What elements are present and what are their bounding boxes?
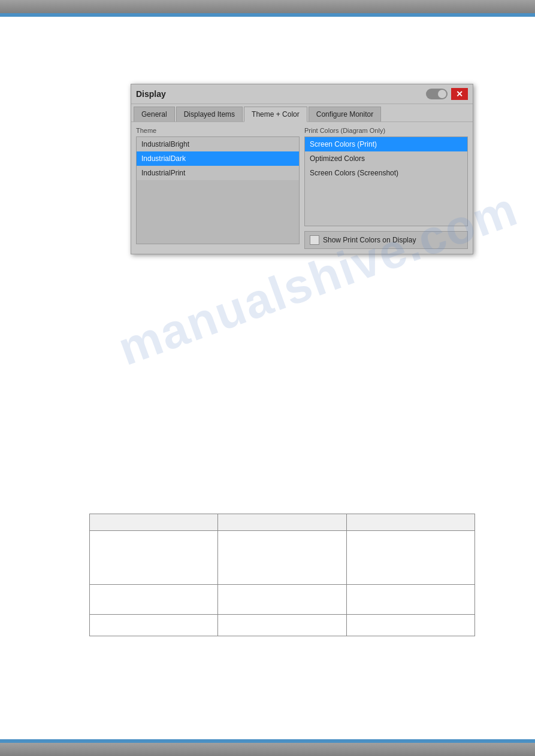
theme-section-label: Theme (136, 127, 300, 134)
tab-general[interactable]: General (134, 107, 175, 122)
theme-item-industrial-dark[interactable]: IndustrialDark (137, 151, 299, 166)
print-item-optimized-colors[interactable]: Optimized Colors (305, 151, 467, 166)
table-row (90, 514, 475, 531)
theme-list: IndustrialBright IndustrialDark Industri… (136, 136, 300, 244)
print-colors-label: Print Colors (Diagram Only) (304, 127, 468, 134)
table-cell (218, 585, 346, 615)
print-colors-list: Screen Colors (Print) Optimized Colors S… (304, 136, 468, 226)
dialog-content: Theme IndustrialBright IndustrialDark In… (131, 122, 473, 254)
table-cell (346, 615, 474, 636)
show-print-colors-checkbox[interactable] (310, 235, 319, 245)
dialog-controls: ✕ (426, 88, 468, 100)
table-cell (90, 615, 218, 636)
table-cell (90, 514, 218, 531)
dialog-title: Display (136, 89, 166, 99)
print-colors-panel: Print Colors (Diagram Only) Screen Color… (304, 127, 468, 249)
table-cell (90, 585, 218, 615)
table-row (90, 615, 475, 636)
theme-item-industrial-bright[interactable]: IndustrialBright (137, 137, 299, 151)
show-print-colors-row: Show Print Colors on Display (304, 231, 468, 249)
table-row (90, 585, 475, 615)
table-cell (346, 585, 474, 615)
show-print-colors-label: Show Print Colors on Display (323, 236, 416, 244)
table-row (90, 531, 475, 585)
tab-bar: General Displayed Items Theme + Color Co… (131, 104, 473, 122)
tab-theme-color[interactable]: Theme + Color (244, 107, 307, 122)
display-dialog: Display ✕ General Displayed Items Theme … (131, 84, 473, 254)
table-cell (218, 531, 346, 585)
table-cell (218, 514, 346, 531)
bottom-table (89, 514, 475, 636)
top-bar (0, 0, 535, 13)
theme-item-industrial-print[interactable]: IndustrialPrint (137, 166, 299, 180)
bottom-bar (0, 743, 535, 756)
tab-configure-monitor[interactable]: Configure Monitor (309, 107, 381, 122)
theme-panel: Theme IndustrialBright IndustrialDark In… (136, 127, 300, 249)
top-accent (0, 13, 535, 17)
print-item-screen-colors-screenshot[interactable]: Screen Colors (Screenshot) (305, 166, 467, 180)
tab-displayed-items[interactable]: Displayed Items (176, 107, 243, 122)
table-cell (346, 514, 474, 531)
table-cell (90, 531, 218, 585)
close-button[interactable]: ✕ (451, 88, 468, 100)
table-cell (346, 531, 474, 585)
dialog-titlebar: Display ✕ (131, 84, 473, 104)
table-cell (218, 615, 346, 636)
toggle-switch[interactable] (426, 89, 448, 99)
print-item-screen-colors-print[interactable]: Screen Colors (Print) (305, 137, 467, 151)
